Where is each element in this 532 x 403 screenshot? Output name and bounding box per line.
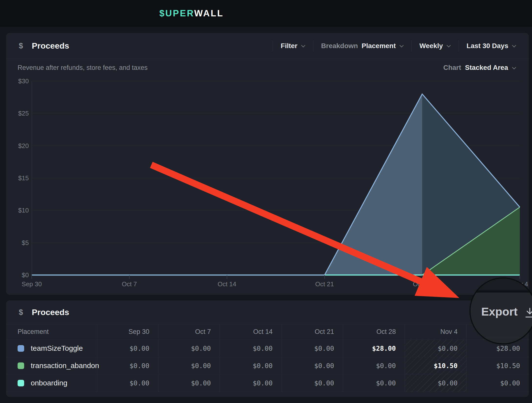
chart-subtitle: Revenue after refunds, store fees, and t… bbox=[18, 64, 148, 72]
table-row: transaction_abandon$0.00$0.00$0.00$0.00$… bbox=[6, 357, 529, 374]
table-header-cell: Sep 30 bbox=[97, 324, 158, 339]
value-cell: $0.00 bbox=[405, 340, 466, 357]
table-header-cell: Oct 21 bbox=[281, 324, 343, 339]
interval-value: Weekly bbox=[419, 42, 443, 50]
placement-label: transaction_abandon bbox=[31, 361, 99, 370]
x-axis-label: Sep 30 bbox=[22, 280, 42, 288]
proceeds-table: PlacementSep 30Oct 7Oct 14Oct 21Oct 28No… bbox=[6, 324, 529, 397]
value-cell: $0.00 bbox=[97, 357, 158, 374]
chevron-down-icon bbox=[512, 67, 516, 70]
table-card-header: $ Proceeds bbox=[6, 300, 529, 324]
series-color-swatch bbox=[18, 362, 24, 369]
logo-prefix: $UPER bbox=[159, 8, 194, 18]
dollar-icon: $ bbox=[19, 308, 23, 317]
series-color-swatch bbox=[18, 380, 24, 386]
placement-label: teamSizeToggle bbox=[31, 344, 83, 352]
table-header-cell: Oct 14 bbox=[220, 324, 281, 339]
breakdown-value: Placement bbox=[362, 42, 396, 50]
y-axis: $30$25$20$15$10$5$0 bbox=[6, 81, 29, 275]
value-cell: $0.00 bbox=[405, 374, 466, 392]
y-axis-label: $15 bbox=[18, 174, 29, 182]
proceeds-chart-card: $ Proceeds Filter Breakdown Placement We… bbox=[6, 33, 529, 295]
table-header-cell: Placement bbox=[6, 324, 97, 339]
table-header-cell: Oct 28 bbox=[343, 324, 405, 339]
chart-type-label: Chart bbox=[443, 64, 461, 72]
export-button-label: Export bbox=[481, 305, 518, 318]
dashboard-page: $UPERWALL $ Proceeds Filter Breakdown Pl… bbox=[0, 0, 532, 403]
table-row: teamSizeToggle$0.00$0.00$0.00$0.00$28.00… bbox=[6, 339, 529, 357]
stacked-area-chart bbox=[32, 81, 520, 275]
export-zoom-annotation: Export bbox=[470, 278, 532, 344]
date-range-value: Last 30 Days bbox=[467, 42, 508, 50]
chevron-down-icon bbox=[399, 45, 404, 48]
y-axis-label: $0 bbox=[22, 271, 29, 279]
total-value-cell: $0.00 bbox=[466, 374, 529, 392]
value-cell: $0.00 bbox=[97, 374, 158, 392]
value-cell: $0.00 bbox=[343, 357, 405, 374]
dollar-icon: $ bbox=[19, 42, 23, 50]
value-cell: $0.00 bbox=[281, 357, 343, 374]
topbar: $UPERWALL bbox=[0, 0, 532, 27]
interval-dropdown[interactable]: Weekly bbox=[412, 42, 459, 50]
chevron-down-icon bbox=[512, 45, 516, 48]
placement-label: onboarding bbox=[31, 379, 67, 387]
value-cell: $0.00 bbox=[220, 374, 281, 392]
series-color-swatch bbox=[18, 345, 24, 352]
value-cell: $0.00 bbox=[158, 374, 220, 392]
table-row: onboarding$0.00$0.00$0.00$0.00$0.00$0.00… bbox=[6, 374, 529, 392]
logo-suffix: WALL bbox=[194, 8, 224, 18]
chart-type-value: Stacked Area bbox=[465, 64, 508, 72]
value-cell: $0.00 bbox=[220, 357, 281, 374]
value-cell: $0.00 bbox=[281, 374, 343, 392]
x-axis-label: Oct 7 bbox=[122, 280, 137, 288]
download-icon bbox=[524, 308, 532, 318]
chart-type-dropdown[interactable]: Chart Stacked Area bbox=[443, 64, 516, 72]
value-cell: $0.00 bbox=[281, 340, 343, 357]
y-axis-label: $5 bbox=[22, 239, 29, 246]
value-cell: $0.00 bbox=[158, 357, 220, 374]
table-header-row: PlacementSep 30Oct 7Oct 14Oct 21Oct 28No… bbox=[6, 324, 529, 339]
value-cell: $10.50 bbox=[405, 357, 466, 374]
date-range-dropdown[interactable]: Last 30 Days bbox=[459, 42, 516, 50]
table-header-cell: Nov 4 bbox=[405, 324, 466, 339]
chart-canvas bbox=[32, 81, 520, 275]
y-axis-label: $10 bbox=[18, 207, 29, 214]
value-cell: $28.00 bbox=[343, 340, 405, 357]
placement-cell: teamSizeToggle bbox=[6, 340, 97, 357]
value-cell: $0.00 bbox=[343, 374, 405, 392]
y-axis-label: $20 bbox=[18, 142, 29, 149]
placement-cell: transaction_abandon bbox=[6, 357, 97, 374]
value-cell: $0.00 bbox=[220, 340, 281, 357]
area-teamsizetoggle-complete bbox=[32, 94, 422, 275]
chevron-down-icon bbox=[301, 45, 305, 48]
breakdown-dropdown[interactable]: Breakdown Placement bbox=[313, 42, 411, 50]
superwall-logo: $UPERWALL bbox=[159, 8, 224, 19]
x-axis-label: Oct 14 bbox=[218, 280, 236, 288]
breakdown-label: Breakdown bbox=[321, 42, 358, 50]
chevron-down-icon bbox=[447, 45, 451, 48]
filter-dropdown[interactable]: Filter bbox=[273, 42, 313, 50]
placement-cell: onboarding bbox=[6, 374, 97, 392]
y-axis-label: $25 bbox=[18, 110, 29, 117]
y-axis-label: $30 bbox=[18, 77, 29, 85]
chart-card-header: $ Proceeds Filter Breakdown Placement We… bbox=[6, 33, 529, 59]
table-header-cell: Oct 7 bbox=[158, 324, 220, 339]
x-axis-ticks bbox=[32, 275, 520, 279]
total-value-cell: $10.50 bbox=[466, 357, 529, 374]
x-axis-labels: Sep 30Oct 7Oct 14Oct 21Oct 28Nov 4 bbox=[32, 280, 520, 290]
export-button[interactable]: Export bbox=[471, 305, 532, 318]
filter-label: Filter bbox=[281, 42, 297, 50]
chart-card-title: Proceeds bbox=[32, 41, 69, 51]
table-card-title: Proceeds bbox=[32, 308, 69, 317]
chart-subheader: Revenue after refunds, store fees, and t… bbox=[6, 59, 529, 76]
value-cell: $0.00 bbox=[97, 340, 158, 357]
chart-controls: Filter Breakdown Placement Weekly Last 3… bbox=[273, 41, 516, 51]
value-cell: $0.00 bbox=[158, 340, 220, 357]
table-footer bbox=[6, 392, 529, 397]
x-axis-label: Oct 21 bbox=[315, 280, 334, 288]
x-axis-label: Oct 28 bbox=[413, 280, 432, 288]
proceeds-table-card: $ Proceeds PlacementSep 30Oct 7Oct 14Oct… bbox=[6, 300, 529, 397]
